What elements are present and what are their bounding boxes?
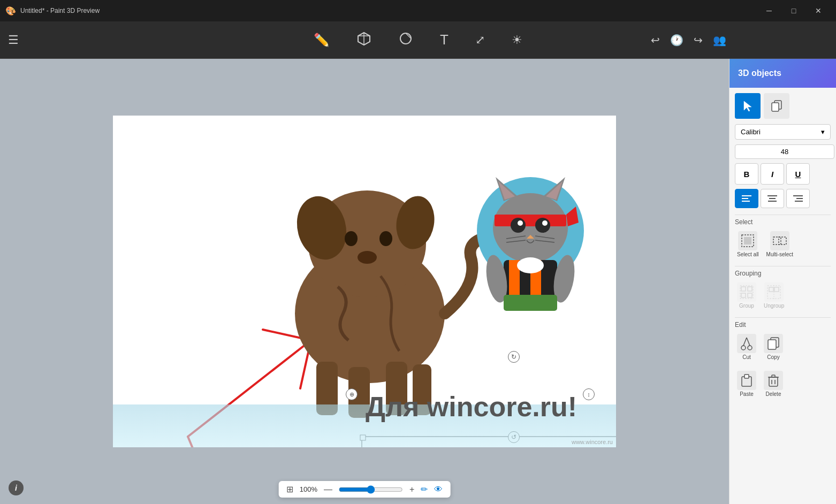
cut-label: Cut bbox=[742, 354, 751, 360]
copy-button[interactable]: Copy bbox=[762, 332, 785, 362]
svg-rect-82 bbox=[768, 340, 776, 349]
multi-select-button[interactable]: Multi-select bbox=[764, 229, 796, 259]
brushes-tool[interactable]: ✏️ bbox=[308, 29, 335, 51]
font-size-input[interactable] bbox=[735, 144, 834, 159]
svg-rect-87 bbox=[772, 375, 775, 377]
panel-mode-row bbox=[735, 93, 831, 119]
align-right-button[interactable] bbox=[786, 189, 810, 208]
delete-button[interactable]: Delete bbox=[762, 369, 785, 399]
history-button[interactable]: 🕐 bbox=[667, 30, 686, 50]
drawing-canvas[interactable]: Для wincore.ru! ↻ ↺ ⊕ ↕ www.wincore.ru bbox=[113, 116, 616, 447]
share-button[interactable]: 👥 bbox=[710, 30, 729, 50]
redo-button[interactable]: ↪ bbox=[688, 30, 708, 50]
svg-point-8 bbox=[308, 190, 426, 297]
info-button[interactable]: i bbox=[9, 480, 24, 495]
svg-rect-66 bbox=[773, 237, 781, 245]
paste-label: Paste bbox=[740, 391, 754, 397]
align-center-button[interactable] bbox=[761, 189, 784, 208]
svg-rect-70 bbox=[741, 293, 746, 297]
canvas-resize-icon[interactable]: ⊞ bbox=[286, 484, 293, 494]
svg-rect-85 bbox=[769, 377, 778, 386]
hamburger-menu[interactable]: ☰ bbox=[8, 33, 19, 47]
grouping-buttons-row: Group Ungroup bbox=[735, 280, 831, 311]
group-label: Group bbox=[739, 303, 754, 309]
text-object[interactable]: Для wincore.ru! bbox=[359, 388, 583, 425]
undo-button[interactable]: ↩ bbox=[645, 30, 665, 50]
font-name: Calibri bbox=[741, 128, 761, 136]
underline-button[interactable]: U bbox=[786, 163, 810, 185]
svg-rect-68 bbox=[741, 287, 746, 291]
toolbar: ☰ ✏️ T ⤢ ☀ ↩ 🕐 ↪ 👥 bbox=[0, 21, 836, 59]
zoom-out-icon[interactable]: — bbox=[324, 485, 332, 494]
italic-button[interactable]: I bbox=[761, 163, 784, 185]
watermark: www.wincore.ru bbox=[572, 439, 613, 445]
maximize-button[interactable]: □ bbox=[781, 0, 806, 21]
zoom-in-icon[interactable]: + bbox=[409, 485, 414, 494]
dropdown-arrow: ▾ bbox=[821, 128, 825, 136]
copy-icon bbox=[764, 334, 783, 353]
3d-shapes-tool[interactable] bbox=[351, 28, 377, 52]
bottom-toolbar: ⊞ 100% — + ✏ 👁 bbox=[279, 481, 451, 498]
select-all-icon bbox=[738, 231, 757, 250]
group-icon bbox=[737, 282, 756, 302]
multi-select-icon bbox=[770, 231, 789, 250]
2d-shapes-tool[interactable] bbox=[393, 28, 419, 52]
svg-point-9 bbox=[290, 190, 353, 265]
svg-rect-34 bbox=[495, 215, 566, 226]
canvas-area[interactable]: Для wincore.ru! ↻ ↺ ⊕ ↕ www.wincore.ru ⊞… bbox=[0, 59, 729, 504]
effects-icon: ☀ bbox=[512, 33, 522, 47]
cut-icon bbox=[737, 334, 756, 353]
effects-tool[interactable]: ☀ bbox=[506, 30, 528, 50]
select-mode-button[interactable] bbox=[735, 93, 761, 119]
svg-point-15 bbox=[295, 244, 445, 383]
titlebar-controls: ─ □ ✕ bbox=[757, 0, 831, 21]
panel-header: 3D objects bbox=[729, 59, 836, 88]
zoom-slider[interactable] bbox=[339, 485, 403, 494]
text-tool[interactable]: T bbox=[435, 28, 454, 51]
zoom-percent: 100% bbox=[300, 485, 317, 493]
svg-point-37 bbox=[518, 220, 523, 226]
svg-rect-74 bbox=[769, 287, 773, 292]
bold-button[interactable]: B bbox=[735, 163, 758, 185]
main-layout: Для wincore.ru! ↻ ↺ ⊕ ↕ www.wincore.ru ⊞… bbox=[0, 59, 836, 504]
ungroup-button[interactable]: Ungroup bbox=[762, 280, 786, 311]
grouping-section-label: Grouping bbox=[735, 270, 831, 277]
svg-rect-54 bbox=[772, 103, 779, 111]
copy-label: Copy bbox=[767, 354, 779, 360]
svg-point-77 bbox=[741, 346, 746, 350]
copy-mode-button[interactable] bbox=[764, 93, 789, 119]
cat-sticker bbox=[474, 166, 587, 311]
close-button[interactable]: ✕ bbox=[806, 0, 831, 21]
text-content: Для wincore.ru! bbox=[359, 388, 583, 425]
svg-rect-65 bbox=[744, 237, 751, 245]
cut-button[interactable]: Cut bbox=[735, 332, 758, 362]
ungroup-label: Ungroup bbox=[764, 303, 784, 309]
text-icon: T bbox=[440, 32, 449, 48]
titlebar-title: Untitled* - Paint 3D Preview bbox=[20, 7, 100, 14]
eye-mode-icon[interactable]: 👁 bbox=[434, 485, 443, 494]
titlebar: 🎨 Untitled* - Paint 3D Preview ─ □ ✕ bbox=[0, 0, 836, 21]
svg-point-16 bbox=[345, 231, 358, 246]
paste-button[interactable]: Paste bbox=[735, 369, 758, 399]
delete-icon bbox=[764, 371, 783, 390]
brush-icon: ✏️ bbox=[314, 33, 330, 48]
ungroup-icon bbox=[764, 282, 784, 302]
align-row bbox=[735, 189, 831, 208]
edit-buttons-row: Cut Copy bbox=[735, 332, 831, 362]
canvas-icon: ⤢ bbox=[475, 33, 485, 47]
pen-mode-icon[interactable]: ✏ bbox=[421, 484, 428, 494]
2d-shape-icon bbox=[398, 31, 413, 49]
font-dropdown[interactable]: Calibri ▾ bbox=[735, 124, 831, 140]
svg-rect-71 bbox=[748, 293, 752, 297]
rotate-handle-top[interactable]: ↻ bbox=[508, 351, 520, 363]
paste-icon bbox=[737, 371, 756, 390]
edit-section-label: Edit bbox=[735, 321, 831, 329]
minimize-button[interactable]: ─ bbox=[757, 0, 781, 21]
move-handle-left[interactable]: ⊕ bbox=[346, 388, 358, 400]
select-all-button[interactable]: Select all bbox=[735, 229, 761, 259]
multi-select-label: Multi-select bbox=[766, 251, 794, 257]
canvas-tool[interactable]: ⤢ bbox=[470, 30, 490, 50]
move-handle-right[interactable]: ↕ bbox=[583, 388, 595, 400]
group-button[interactable]: Group bbox=[735, 280, 758, 311]
align-left-button[interactable] bbox=[735, 189, 758, 208]
